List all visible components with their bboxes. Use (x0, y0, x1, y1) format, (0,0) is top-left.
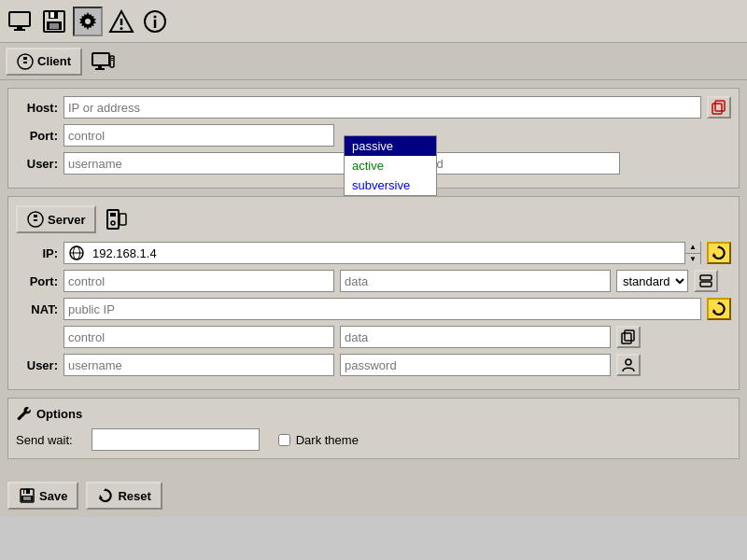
svg-rect-26 (715, 101, 725, 111)
port-input[interactable] (63, 124, 334, 147)
save-disk-icon[interactable] (39, 7, 69, 36)
client-label: Client (37, 54, 71, 68)
save-button[interactable]: Save (7, 482, 78, 510)
monitor-icon[interactable] (6, 7, 35, 36)
nat-data-input[interactable] (340, 326, 611, 348)
host-label: Host: (16, 101, 58, 115)
ip-refresh-icon[interactable] (707, 242, 731, 264)
second-toolbar: Client (0, 43, 747, 80)
dark-theme-label: Dark theme (296, 433, 359, 447)
server-section: Server IP: 192.168.1.4 (7, 196, 740, 390)
options-row: Send wait: 200 Dark theme (16, 428, 731, 451)
server-button[interactable]: Server (16, 205, 96, 233)
svg-rect-20 (98, 65, 102, 68)
svg-rect-44 (625, 330, 634, 341)
svg-marker-41 (712, 309, 716, 313)
server-header: Server (16, 204, 731, 234)
server-user-icon[interactable] (616, 354, 641, 376)
server-username-input[interactable] (63, 354, 334, 376)
top-toolbar (0, 0, 747, 43)
svg-rect-5 (50, 12, 54, 18)
ip-selector[interactable]: 192.168.1.4 ▲ ▼ (63, 242, 701, 264)
host-copy-icon[interactable] (707, 96, 731, 119)
nat-input[interactable] (63, 298, 701, 320)
wrench-icon (16, 406, 31, 421)
server-user-row: User: (16, 354, 731, 376)
server-computer-icon[interactable] (102, 204, 132, 234)
svg-rect-29 (31, 217, 40, 219)
svg-rect-2 (14, 29, 25, 31)
client-section: Host: Port: passive active subversive (7, 88, 740, 189)
svg-point-45 (626, 359, 631, 365)
host-row: Host: (16, 96, 731, 119)
svg-rect-22 (110, 56, 114, 67)
svg-rect-23 (111, 58, 113, 59)
bottom-bar: Save Reset (0, 474, 747, 517)
host-input[interactable] (63, 96, 701, 119)
svg-rect-19 (92, 53, 109, 65)
nat-label: NAT: (16, 302, 58, 316)
svg-rect-21 (95, 68, 105, 70)
ip-value: 192.168.1.4 (89, 246, 684, 260)
svg-rect-24 (111, 60, 113, 61)
options-header: Options (16, 406, 731, 421)
client-button[interactable]: Client (6, 48, 82, 76)
svg-marker-51 (99, 495, 103, 499)
nat-icon[interactable] (707, 298, 731, 320)
server-password-input[interactable] (340, 354, 611, 376)
send-wait-input[interactable]: 200 (92, 428, 260, 451)
svg-rect-0 (9, 12, 30, 26)
svg-marker-37 (712, 253, 716, 257)
svg-point-32 (111, 221, 115, 225)
svg-rect-33 (120, 214, 126, 225)
svg-rect-25 (712, 104, 722, 114)
ip-label: IP: (16, 246, 58, 260)
info-icon[interactable] (140, 7, 170, 36)
nat-copy-icon[interactable] (616, 326, 641, 348)
dark-theme-checkbox[interactable] (278, 434, 290, 446)
options-label: Options (36, 407, 82, 421)
mode-dropdown[interactable]: passive active subversive (344, 135, 437, 196)
server-port-control[interactable] (63, 270, 334, 292)
svg-rect-40 (700, 282, 712, 287)
svg-point-12 (120, 27, 123, 30)
nat-control-input[interactable] (63, 326, 334, 348)
warning-icon[interactable] (106, 7, 136, 36)
reset-label: Reset (118, 489, 150, 503)
ip-spinners[interactable]: ▲ ▼ (684, 242, 700, 264)
settings-gear-icon[interactable] (73, 7, 103, 36)
svg-rect-1 (17, 26, 22, 29)
server-port-row: Port: standard custom (16, 270, 731, 292)
ip-row: IP: 192.168.1.4 ▲ ▼ (16, 242, 731, 264)
svg-rect-39 (700, 275, 712, 280)
main-content: Host: Port: passive active subversive (0, 80, 747, 474)
svg-point-14 (154, 15, 157, 18)
dark-theme-group: Dark theme (278, 433, 359, 447)
user-label: User: (16, 157, 58, 171)
send-wait-label: Send wait: (16, 433, 73, 447)
dropdown-item-active[interactable]: active (345, 156, 436, 175)
server-port-label: Port: (16, 274, 58, 288)
svg-rect-18 (21, 60, 30, 62)
server-user-label: User: (16, 358, 58, 372)
svg-rect-7 (49, 23, 59, 29)
svg-rect-50 (23, 497, 31, 500)
dropdown-item-passive[interactable]: passive (345, 136, 436, 156)
nat-row: NAT: (16, 298, 731, 320)
computer-icon[interactable] (88, 47, 118, 77)
server-label: Server (48, 213, 85, 227)
nat-ports-row (16, 326, 731, 348)
svg-rect-43 (622, 333, 631, 343)
save-label: Save (39, 489, 67, 503)
port-row: Port: passive active subversive (16, 124, 731, 147)
reset-button[interactable]: Reset (86, 482, 162, 510)
server-port-data[interactable] (340, 270, 611, 292)
ip-up[interactable]: ▲ (685, 242, 700, 254)
username-input[interactable] (63, 152, 381, 175)
port-spin-icon[interactable] (694, 270, 718, 292)
svg-rect-48 (24, 490, 26, 494)
ip-down[interactable]: ▼ (685, 254, 700, 265)
dropdown-item-subversive[interactable]: subversive (345, 175, 436, 195)
options-section: Options Send wait: 200 Dark theme (7, 398, 740, 459)
port-type-select[interactable]: standard custom (616, 270, 688, 292)
